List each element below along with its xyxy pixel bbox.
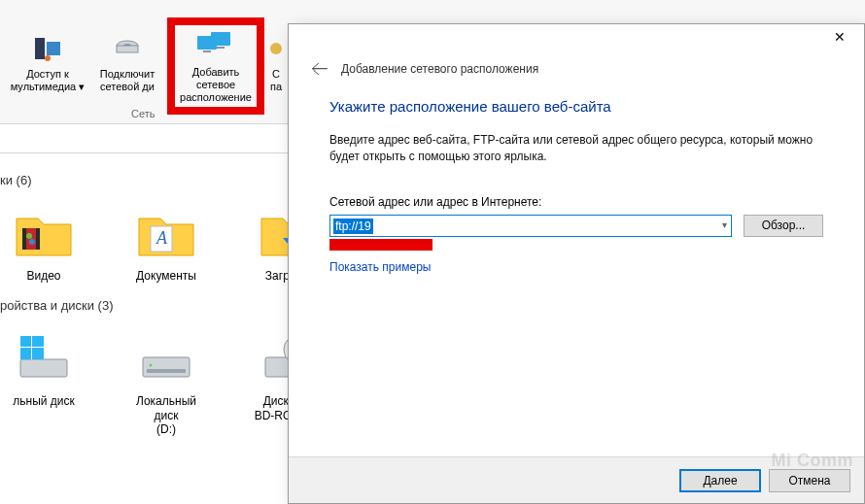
close-button[interactable]: ✕ [819, 26, 860, 48]
cancel-button[interactable]: Отмена [769, 469, 850, 492]
network-monitors-icon [197, 29, 234, 64]
item-label: Локальный диск(D:) [122, 394, 210, 436]
svg-rect-22 [20, 348, 31, 359]
ribbon-add-network-location[interactable]: Добавить сетевоерасположение [167, 17, 264, 115]
svg-rect-1 [47, 42, 60, 55]
ribbon-map-drive[interactable]: Подключитсетевой ди [87, 27, 167, 107]
ribbon-label: Добавить сетевоерасположение [175, 66, 257, 105]
ribbon-group-label: Сеть [131, 108, 155, 119]
redaction-marker [329, 239, 432, 251]
close-icon: ✕ [834, 29, 846, 45]
folder-videos[interactable]: Видео [0, 201, 87, 283]
item-label: Документы [136, 269, 196, 283]
wizard-description: Введите адрес веб-сайта, FTP-сайта или с… [329, 132, 823, 166]
wizard-footer: Далее Отмена [289, 456, 864, 503]
svg-point-10 [270, 43, 282, 54]
add-network-location-wizard: ✕ 🡠 Добавление сетевого расположения Ука… [288, 23, 865, 504]
svg-point-2 [45, 55, 51, 61]
svg-rect-21 [32, 336, 44, 347]
ribbon-cutoff[interactable]: Спа [264, 27, 288, 107]
svg-rect-7 [211, 32, 230, 46]
address-input-value: ftp://19 [333, 218, 373, 234]
browse-button[interactable]: Обзор... [744, 215, 823, 237]
documents-folder-icon: A [135, 201, 197, 263]
svg-point-14 [26, 233, 32, 239]
next-button[interactable]: Далее [679, 469, 761, 492]
video-folder-icon [13, 201, 75, 263]
svg-rect-5 [117, 46, 138, 52]
ribbon-label: Спа [270, 68, 282, 93]
svg-rect-23 [32, 348, 44, 359]
chevron-down-icon[interactable]: ▾ [722, 219, 727, 230]
svg-point-26 [150, 364, 153, 367]
address-field-label: Сетевой адрес или адрес в Интернете: [329, 195, 823, 209]
folder-documents[interactable]: A Документы [122, 201, 210, 283]
wizard-heading: Укажите расположение вашего веб-сайта [329, 98, 823, 115]
drive-local-c[interactable]: льный диск [0, 326, 87, 436]
network-drive-icon [113, 31, 142, 66]
wizard-header: 🡠 Добавление сетевого расположения [289, 50, 864, 98]
ribbon-label: Подключитсетевой ди [100, 68, 155, 93]
item-label: льный диск [13, 394, 75, 408]
svg-rect-25 [147, 369, 186, 373]
svg-rect-12 [22, 228, 26, 250]
media-server-icon [33, 31, 62, 66]
windows-drive-icon [13, 326, 75, 388]
ribbon-label: Доступ кмультимедиа ▾ [11, 68, 86, 93]
svg-rect-8 [203, 50, 211, 52]
svg-rect-13 [36, 228, 40, 250]
svg-point-15 [29, 239, 35, 245]
svg-rect-24 [143, 357, 190, 377]
svg-rect-20 [20, 336, 31, 347]
drive-local-d[interactable]: Локальный диск(D:) [122, 326, 210, 436]
svg-text:A: A [156, 228, 168, 248]
hdd-drive-icon [135, 326, 197, 388]
arrow-left-icon: 🡠 [311, 59, 329, 80]
item-label: Видео [26, 269, 60, 283]
wizard-body: Укажите расположение вашего веб-сайта Вв… [289, 98, 864, 456]
svg-rect-0 [35, 38, 45, 59]
back-button[interactable]: 🡠 [308, 57, 331, 81]
gear-icon [266, 31, 286, 66]
show-examples-link[interactable]: Показать примеры [329, 260, 431, 274]
wizard-titlebar: ✕ [289, 24, 864, 50]
svg-rect-18 [20, 359, 67, 377]
address-field-row: ftp://19 ▾ Обзор... [329, 215, 823, 237]
address-combobox[interactable]: ftp://19 ▾ [329, 215, 732, 237]
ribbon-multimedia-access[interactable]: Доступ кмультимедиа ▾ [8, 27, 87, 107]
svg-rect-9 [217, 47, 225, 49]
wizard-breadcrumb: Добавление сетевого расположения [341, 62, 538, 76]
